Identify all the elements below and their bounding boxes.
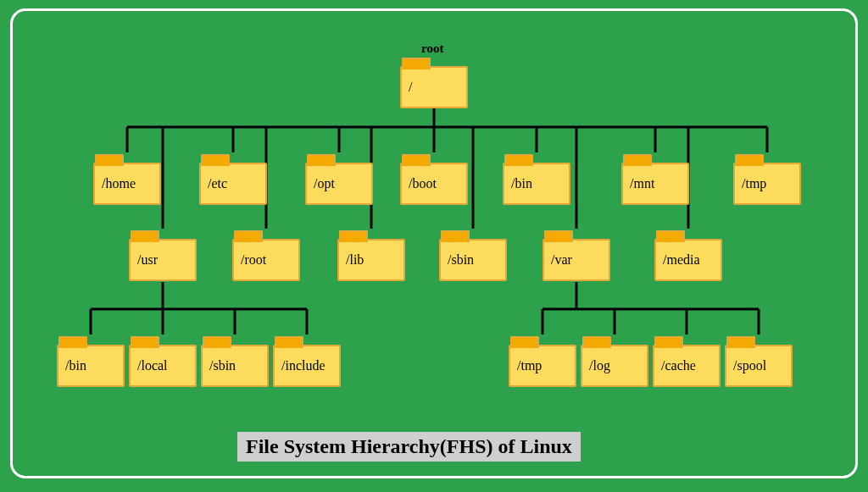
folder-opt: /opt — [305, 163, 373, 205]
folder-root-dir-label: /root — [241, 252, 266, 268]
folder-home-label: /home — [102, 176, 136, 191]
folder-usr-include-label: /include — [281, 358, 326, 373]
folder-usr-local: /local — [129, 345, 197, 387]
folder-usr-bin: /bin — [57, 345, 125, 387]
folder-lib-label: /lib — [346, 252, 364, 268]
folder-usr-sbin-label: /sbin — [209, 358, 236, 373]
root-title: root — [421, 41, 443, 56]
folder-var-tmp: /tmp — [509, 345, 576, 387]
folder-usr-sbin: /sbin — [201, 345, 269, 387]
folder-var-spool: /spool — [725, 345, 793, 387]
folder-media: /media — [654, 239, 722, 281]
folder-boot-label: /boot — [409, 176, 437, 191]
folder-home: /home — [93, 163, 161, 205]
folder-tmp-label: /tmp — [742, 176, 766, 191]
folder-var-tmp-label: /tmp — [517, 358, 542, 373]
folder-etc-label: /etc — [208, 176, 227, 191]
folder-boot: /boot — [400, 163, 468, 205]
folder-var-log-label: /log — [589, 358, 610, 373]
folder-etc: /etc — [199, 163, 267, 205]
folder-lib: /lib — [337, 239, 405, 281]
folder-usr-local-label: /local — [137, 358, 168, 373]
folder-var: /var — [542, 239, 610, 281]
folder-var-cache: /cache — [653, 345, 721, 387]
folder-var-cache-label: /cache — [661, 358, 696, 373]
folder-root: / — [400, 66, 468, 108]
folder-usr-include: /include — [273, 345, 341, 387]
folder-usr: /usr — [129, 239, 197, 281]
folder-mnt: /mnt — [621, 163, 689, 205]
folder-usr-bin-label: /bin — [65, 358, 86, 373]
folder-var-spool-label: /spool — [733, 358, 766, 373]
folder-root-dir: /root — [232, 239, 300, 281]
folder-sbin-label: /sbin — [448, 252, 474, 268]
folder-usr-label: /usr — [137, 252, 158, 268]
folder-media-label: /media — [663, 252, 700, 268]
folder-var-label: /var — [551, 252, 572, 268]
diagram-caption: File System Hierarchy(FHS) of Linux — [237, 432, 581, 462]
folder-opt-label: /opt — [314, 176, 335, 191]
folder-mnt-label: /mnt — [630, 176, 654, 191]
folder-root-label: / — [409, 80, 412, 95]
folder-tmp: /tmp — [733, 163, 801, 205]
folder-sbin: /sbin — [439, 239, 507, 281]
folder-var-log: /log — [581, 345, 648, 387]
folder-bin: /bin — [503, 163, 570, 205]
folder-bin-label: /bin — [511, 176, 532, 191]
